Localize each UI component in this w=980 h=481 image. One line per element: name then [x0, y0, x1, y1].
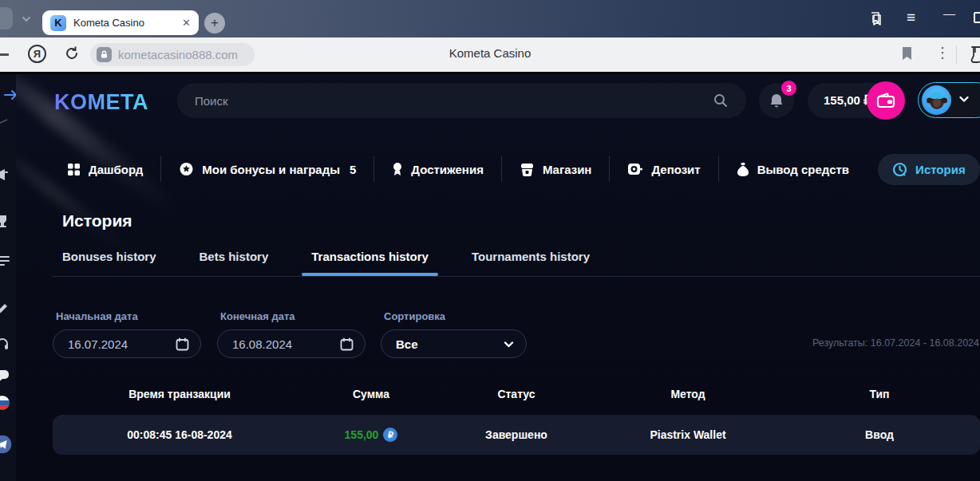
col-header-time: Время транзакции	[53, 388, 306, 400]
sort-select[interactable]: Все	[381, 329, 527, 358]
cursor-icon[interactable]	[0, 112, 12, 132]
browser-address-bar: Я kometacasino888.com Kometa Casino ⋮	[0, 37, 980, 72]
chevron-down-icon	[958, 93, 970, 108]
cell-type: Ввод	[779, 428, 980, 441]
nav-bonuses[interactable]: Мои бонусы и награды 5	[161, 162, 373, 176]
headset-icon[interactable]	[0, 334, 12, 353]
cell-amount: 155,00 ₽	[306, 428, 436, 442]
menu-lines-icon[interactable]	[0, 251, 12, 270]
start-date-label: Начальная дата	[56, 310, 201, 322]
end-date-label: Конечная дата	[220, 310, 366, 322]
browser-window: K Kometa Casino ✕ + ≡ — Я kometacasino88…	[0, 0, 980, 481]
sort-value: Все	[396, 337, 418, 351]
clipped-extension-icon[interactable]	[969, 44, 980, 68]
side-panel-icon[interactable]	[867, 10, 883, 30]
browser-tab-bar: K Kometa Casino ✕ + ≡ —	[0, 0, 980, 37]
history-tabs: Bonuses history Bets history Transaction…	[62, 250, 590, 276]
nav-bonuses-count: 5	[350, 163, 356, 176]
search-input[interactable]	[195, 94, 713, 108]
new-tab-button[interactable]: +	[204, 13, 225, 34]
extensions-menu-icon[interactable]: ⋮	[935, 43, 950, 63]
megaphone-icon[interactable]	[0, 165, 12, 184]
nav-withdraw[interactable]: Вывод средств	[719, 162, 867, 177]
cell-method: Piastrix Wallet	[597, 428, 779, 441]
tab-title: Kometa Casino	[73, 17, 172, 29]
search-icon[interactable]	[713, 93, 729, 108]
left-icon-strip	[0, 74, 16, 481]
account-nav: Дашборд Мои бонусы и награды 5 Достижени…	[67, 150, 980, 188]
nav-label: Вывод средств	[757, 163, 849, 176]
nav-label: История	[915, 163, 966, 176]
end-date-input[interactable]	[232, 337, 320, 351]
toolbar-separator	[956, 45, 957, 64]
cell-status: Завершено	[436, 428, 597, 441]
trophy-icon[interactable]	[0, 211, 12, 231]
page-title-centered: Kometa Casino	[0, 46, 980, 60]
notifications-badge: 3	[781, 81, 796, 96]
sort-label: Сортировка	[384, 310, 527, 322]
pencil-icon[interactable]	[0, 299, 12, 318]
browser-tab[interactable]: K Kometa Casino ✕	[42, 10, 199, 35]
tab-close-icon[interactable]: ✕	[179, 17, 191, 29]
nav-history[interactable]: История	[878, 154, 980, 185]
calendar-icon[interactable]	[176, 337, 189, 351]
search-bar[interactable]	[177, 83, 746, 118]
minimize-button[interactable]: —	[943, 6, 955, 20]
nav-label: Мои бонусы и награды	[202, 163, 340, 176]
page-heading: История	[62, 211, 132, 231]
chevron-down-icon	[503, 338, 515, 350]
end-date-field[interactable]	[217, 329, 366, 358]
table-header-row: Время транзакции Сумма Статус Метод Тип	[53, 388, 980, 400]
bookmark-icon[interactable]	[900, 45, 914, 65]
col-header-amount: Сумма	[306, 388, 436, 400]
site-favicon: K	[50, 15, 66, 31]
tab-tournaments-history[interactable]: Tournaments history	[472, 250, 590, 276]
nav-label: Дашборд	[89, 163, 143, 176]
col-header-status: Статус	[436, 388, 597, 400]
balance-amount: 155,00 ₽	[824, 93, 871, 108]
nav-deposit[interactable]: Депозит	[610, 162, 717, 176]
col-header-method: Метод	[597, 388, 779, 400]
nav-label: Магазин	[543, 163, 592, 176]
start-date-input[interactable]	[68, 337, 156, 351]
browser-menu-icon[interactable]: ≡	[907, 9, 915, 26]
kometa-casino-page: KOMETA 3 155,00 ₽	[0, 72, 980, 481]
tab-bonuses-history[interactable]: Bonuses history	[62, 250, 156, 276]
start-date-group: Начальная дата	[53, 310, 201, 358]
clipped-tab[interactable]	[0, 7, 13, 30]
table-row[interactable]: 00:08:45 16-08-2024 155,00 ₽ Завершено P…	[53, 415, 980, 455]
nav-label: Депозит	[651, 163, 700, 176]
tab-list-chevron-icon[interactable]	[19, 12, 34, 26]
start-date-field[interactable]	[53, 329, 201, 358]
ruble-badge-icon: ₽	[383, 428, 397, 442]
kometa-logo[interactable]: KOMETA	[54, 90, 148, 115]
russian-flag-icon[interactable]	[0, 393, 12, 412]
tab-transactions-history[interactable]: Transactions history	[311, 250, 429, 276]
avatar	[922, 85, 951, 115]
results-range-text: Результаты: 16.07.2024 - 16.08.2024	[812, 337, 980, 349]
arrow-right-icon[interactable]	[2, 85, 16, 104]
tabs-baseline	[53, 276, 980, 277]
wallet-button[interactable]	[867, 81, 905, 120]
nav-shop[interactable]: Магазин	[502, 162, 610, 176]
calendar-icon[interactable]	[340, 337, 354, 351]
sort-group: Сортировка Все	[381, 310, 527, 358]
nav-label: Достижения	[411, 163, 484, 176]
tab-bets-history[interactable]: Bets history	[200, 250, 269, 276]
chat-icon[interactable]	[0, 366, 12, 385]
nav-dashboard[interactable]: Дашборд	[67, 163, 160, 176]
amount-value: 155,00	[345, 428, 379, 441]
end-date-group: Конечная дата	[217, 310, 366, 358]
cell-time: 00:08:45 16-08-2024	[53, 428, 306, 441]
col-header-type: Тип	[779, 388, 980, 400]
profile-menu[interactable]	[918, 82, 980, 118]
telegram-icon[interactable]	[0, 435, 12, 454]
notifications-button[interactable]: 3	[759, 83, 794, 118]
maximize-button[interactable]	[974, 12, 980, 23]
nav-achievements[interactable]: Достижения	[374, 162, 501, 177]
